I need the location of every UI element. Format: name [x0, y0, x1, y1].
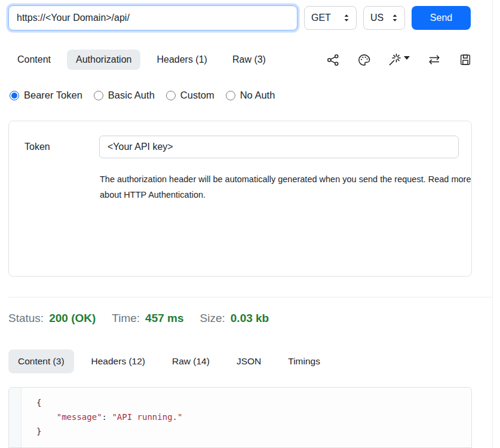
- json-value: "API running.": [112, 412, 182, 422]
- region-select[interactable]: US: [363, 6, 405, 30]
- json-separator: :: [102, 412, 112, 422]
- size-value: 0.03 kb: [231, 312, 269, 325]
- token-help-line2: about HTTP Authentication.: [100, 187, 471, 202]
- radio-custom[interactable]: Custom: [166, 90, 214, 101]
- radio-button-icon: [226, 91, 235, 100]
- json-key: "message": [57, 412, 102, 422]
- radio-label: Basic Auth: [108, 90, 155, 101]
- radio-label: Custom: [180, 90, 214, 101]
- chevron-down-icon: [404, 56, 410, 60]
- token-help-text: The authorization header will be automat…: [100, 171, 471, 202]
- method-select[interactable]: GET: [304, 6, 357, 30]
- resp-tab-json[interactable]: JSON: [227, 349, 271, 373]
- status-label: Status:: [8, 312, 44, 325]
- response-json: { "message": "API running." }: [22, 388, 182, 447]
- url-input[interactable]: [8, 5, 297, 30]
- token-panel: Token The authorization header will be a…: [8, 121, 472, 277]
- token-input[interactable]: [99, 136, 459, 158]
- share-nodes-icon[interactable]: [326, 53, 340, 67]
- status-value: 200 (OK): [49, 312, 96, 325]
- save-icon[interactable]: [459, 53, 472, 66]
- status-item: Status: 200 (OK): [8, 312, 96, 325]
- request-bar: GET US Send: [8, 5, 472, 30]
- code-gutter: [9, 388, 22, 447]
- magic-wand-dropdown-icon[interactable]: [388, 53, 410, 66]
- time-value: 457 ms: [145, 312, 183, 325]
- token-label: Token: [24, 142, 50, 152]
- time-label: Time:: [112, 312, 140, 325]
- method-select-value: GET: [311, 13, 331, 23]
- swap-arrows-icon[interactable]: [427, 53, 441, 66]
- page-right-divider: [492, 0, 493, 448]
- json-open-brace: {: [36, 398, 41, 407]
- radio-button-icon: [166, 91, 176, 100]
- tab-content[interactable]: Content: [8, 50, 60, 70]
- resp-tab-timings[interactable]: Timings: [278, 349, 330, 373]
- response-body-code-block: { "message": "API running." }: [8, 387, 472, 448]
- select-updown-icon: [392, 14, 398, 22]
- resp-tab-raw[interactable]: Raw (14): [162, 349, 219, 373]
- radio-no-auth[interactable]: No Auth: [226, 90, 275, 101]
- response-tabs: Content (3) Headers (12) Raw (14) JSON T…: [8, 349, 330, 373]
- request-toolbar: [326, 53, 472, 67]
- response-section-divider: [8, 297, 492, 297]
- size-item: Size: 0.03 kb: [200, 312, 269, 325]
- send-button[interactable]: Send: [412, 6, 471, 30]
- palette-icon[interactable]: [357, 53, 371, 67]
- size-label: Size:: [200, 312, 225, 325]
- json-close-brace: }: [36, 426, 41, 436]
- radio-bearer-token[interactable]: Bearer Token: [10, 90, 82, 101]
- resp-tab-content[interactable]: Content (3): [8, 349, 74, 373]
- radio-button-icon: [10, 91, 19, 100]
- time-item: Time: 457 ms: [112, 312, 183, 325]
- request-tabs-row: Content Authorization Headers (1) Raw (3…: [8, 50, 472, 70]
- tab-raw[interactable]: Raw (3): [223, 50, 275, 70]
- request-tabs: Content Authorization Headers (1) Raw (3…: [8, 50, 275, 70]
- radio-label: Bearer Token: [24, 90, 82, 101]
- radio-label: No Auth: [240, 90, 275, 101]
- response-summary: Status: 200 (OK) Time: 457 ms Size: 0.03…: [8, 312, 269, 325]
- tab-authorization[interactable]: Authorization: [67, 50, 140, 70]
- select-updown-icon: [343, 14, 349, 22]
- radio-basic-auth[interactable]: Basic Auth: [94, 90, 155, 101]
- radio-button-icon: [94, 91, 103, 100]
- auth-type-options: Bearer Token Basic Auth Custom No Auth: [10, 90, 275, 101]
- region-select-value: US: [370, 13, 384, 23]
- resp-tab-headers[interactable]: Headers (12): [82, 349, 155, 373]
- tab-headers[interactable]: Headers (1): [148, 50, 216, 70]
- token-help-line1: The authorization header will be automat…: [100, 171, 471, 187]
